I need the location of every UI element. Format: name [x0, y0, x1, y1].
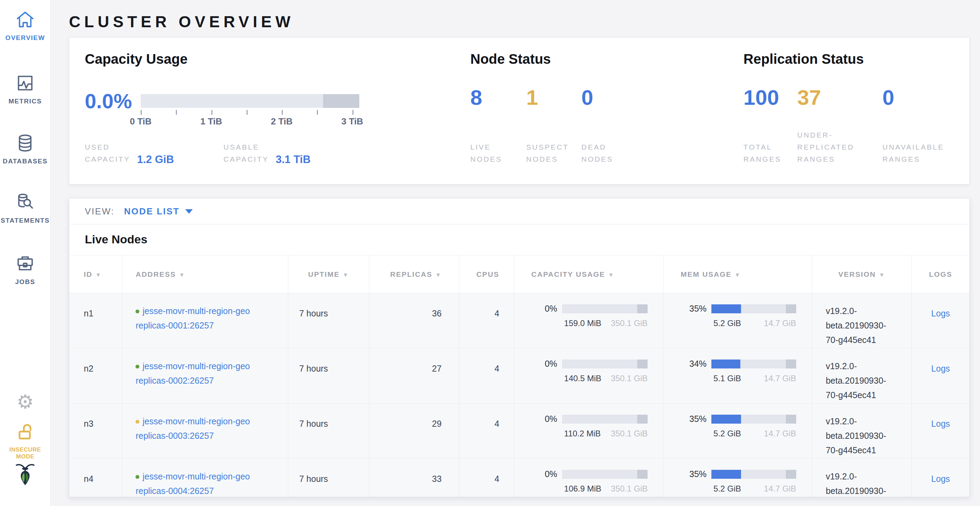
node-logs-cell: Logs	[912, 349, 969, 404]
node-address-link-line2[interactable]: replicas-0002:26257	[135, 373, 288, 388]
memory-bar	[711, 470, 796, 479]
sidebar-item-metrics[interactable]: METRICS	[0, 73, 50, 105]
memory-total: 14.7 GiB	[764, 374, 796, 383]
node-status-panel: Node Status 8 LIVE NODES 1 SUSPECT NODE	[470, 51, 551, 165]
used-capacity-value: 1.2 GiB	[137, 153, 174, 166]
dead-nodes-stat: 0 DEAD NODES	[581, 51, 640, 165]
under-replicated-ranges-stat: 37 UNDER- REPLICATED RANGES	[797, 51, 882, 165]
capacity-used: 159.0 MiB	[564, 319, 601, 328]
home-icon	[15, 10, 35, 30]
used-capacity-label-line2: CAPACITY	[85, 153, 130, 165]
node-address-cell: jesse-movr-multi-region-geo replicas-000…	[123, 293, 288, 349]
app-root: OVERVIEW METRICS DATABASES	[0, 0, 980, 506]
capacity-gauge: 0 TiB 1 TiB 2 TiB 3 TiB	[141, 94, 359, 127]
capacity-percent: 0%	[531, 304, 557, 314]
column-header-replicas[interactable]: REPLICAS▼	[369, 255, 459, 293]
logs-link[interactable]: Logs	[931, 474, 950, 484]
node-address-link-line2[interactable]: replicas-0001:26257	[135, 318, 288, 333]
used-capacity-label-line1: USED	[85, 141, 130, 153]
column-header-cpus[interactable]: CPUS	[459, 255, 514, 293]
node-address-cell: jesse-movr-multi-region-geo replicas-000…	[123, 404, 288, 459]
sidebar-item-statements[interactable]: STATEMENTS	[0, 192, 50, 224]
node-memory-cell: 35% 5.2 GiB14.7 GiB	[663, 459, 812, 497]
node-memory-cell: 35% 5.2 GiB14.7 GiB	[663, 404, 812, 459]
node-id: n4	[69, 459, 123, 497]
node-cpus: 4	[459, 293, 514, 349]
memory-percent: 34%	[681, 359, 706, 369]
column-header-mem-usage[interactable]: MEM USAGE▼	[663, 255, 812, 293]
node-replicas: 27	[369, 349, 459, 404]
column-header-capacity-usage[interactable]: CAPACITY USAGE▼	[514, 255, 663, 293]
table-row-n1: n1 jesse-movr-multi-region-geo replicas-…	[69, 293, 969, 349]
logs-link[interactable]: Logs	[931, 308, 950, 318]
settings-button[interactable]: ⚙	[0, 392, 50, 412]
insecure-mode-indicator[interactable]: INSECURE MODE	[0, 421, 50, 460]
node-replicas: 33	[369, 459, 459, 497]
memory-total: 14.7 GiB	[764, 484, 796, 493]
node-capacity-cell: 0% 110.2 MiB350.1 GiB	[514, 404, 663, 459]
metrics-icon	[15, 73, 35, 93]
unavailable-ranges-value: 0	[882, 87, 894, 108]
node-address-link[interactable]: jesse-movr-multi-region-geo	[142, 306, 250, 316]
live-nodes-heading: Live Nodes	[69, 224, 969, 255]
sort-arrow-icon: ▼	[95, 272, 102, 278]
node-health-dot	[135, 309, 139, 313]
capacity-total: 350.1 GiB	[611, 374, 648, 383]
node-address-link-line2[interactable]: replicas-0003:26257	[135, 428, 288, 443]
node-address-cell: jesse-movr-multi-region-geo replicas-000…	[123, 459, 288, 497]
node-logs-cell: Logs	[912, 459, 969, 497]
node-id: n2	[69, 349, 123, 404]
node-id: n3	[69, 404, 123, 459]
capacity-total: 350.1 GiB	[611, 319, 648, 328]
sidebar-item-label: METRICS	[0, 98, 50, 105]
statements-icon	[15, 192, 35, 213]
tick-label: 1 TiB	[200, 116, 222, 127]
capacity-used: 140.5 MiB	[564, 374, 601, 383]
memory-percent: 35%	[681, 414, 706, 424]
node-version: v19.2.0-beta.20190930-70-g445ec41	[812, 349, 912, 404]
node-address-link[interactable]: jesse-movr-multi-region-geo	[142, 416, 250, 426]
capacity-gauge-reserved-segment	[323, 94, 359, 108]
node-address-link-line2[interactable]: replicas-0004:26257	[135, 484, 288, 497]
logs-link[interactable]: Logs	[931, 364, 950, 373]
column-header-version[interactable]: VERSION▼	[812, 255, 912, 293]
column-header-logs: LOGS	[912, 255, 969, 293]
suspect-nodes-stat: 1 SUSPECT NODES	[526, 51, 581, 165]
column-header-uptime[interactable]: UPTIME▼	[288, 255, 369, 293]
capacity-bar	[562, 360, 648, 368]
sidebar-item-jobs[interactable]: JOBS	[0, 254, 50, 286]
sidebar: OVERVIEW METRICS DATABASES	[0, 0, 51, 506]
node-address-link[interactable]: jesse-movr-multi-region-geo	[142, 471, 250, 481]
node-health-dot	[135, 420, 139, 424]
capacity-bar	[562, 305, 648, 313]
node-uptime: 7 hours	[288, 293, 369, 349]
sidebar-item-overview[interactable]: OVERVIEW	[0, 10, 50, 42]
capacity-percent: 0%	[531, 469, 557, 479]
capacity-used-percent: 0.0%	[85, 89, 132, 113]
capacity-percent: 0%	[531, 359, 557, 369]
cockroach-bug-icon	[14, 463, 36, 487]
capacity-gauge-tick-labels: 0 TiB 1 TiB 2 TiB 3 TiB	[141, 116, 359, 127]
capacity-total: 350.1 GiB	[611, 429, 648, 438]
sidebar-item-label: JOBS	[0, 278, 50, 286]
sidebar-item-databases[interactable]: DATABASES	[0, 133, 50, 165]
node-replicas: 29	[369, 404, 459, 459]
capacity-total: 350.1 GiB	[611, 484, 648, 493]
capacity-gauge-ticks	[141, 110, 359, 115]
node-memory-cell: 34% 5.1 GiB14.7 GiB	[663, 349, 812, 404]
sidebar-item-label: DATABASES	[0, 157, 50, 165]
under-replicated-ranges-label: UNDER- REPLICATED RANGES	[797, 129, 854, 165]
table-row-n4: n4 jesse-movr-multi-region-geo replicas-…	[69, 459, 969, 497]
node-health-dot	[135, 365, 139, 368]
node-cpus: 4	[459, 459, 514, 497]
view-selector-dropdown[interactable]: NODE LIST	[124, 206, 193, 217]
node-cpus: 4	[459, 349, 514, 404]
column-header-address[interactable]: ADDRESS▼	[123, 255, 288, 293]
logs-link[interactable]: Logs	[931, 419, 950, 428]
column-header-id[interactable]: ID▼	[69, 255, 123, 293]
memory-used: 5.2 GiB	[713, 319, 741, 328]
cockroachdb-logo[interactable]	[0, 463, 50, 488]
node-logs-cell: Logs	[912, 404, 969, 459]
usable-capacity-label-line2: CAPACITY	[223, 153, 269, 165]
node-address-link[interactable]: jesse-movr-multi-region-geo	[142, 361, 250, 371]
